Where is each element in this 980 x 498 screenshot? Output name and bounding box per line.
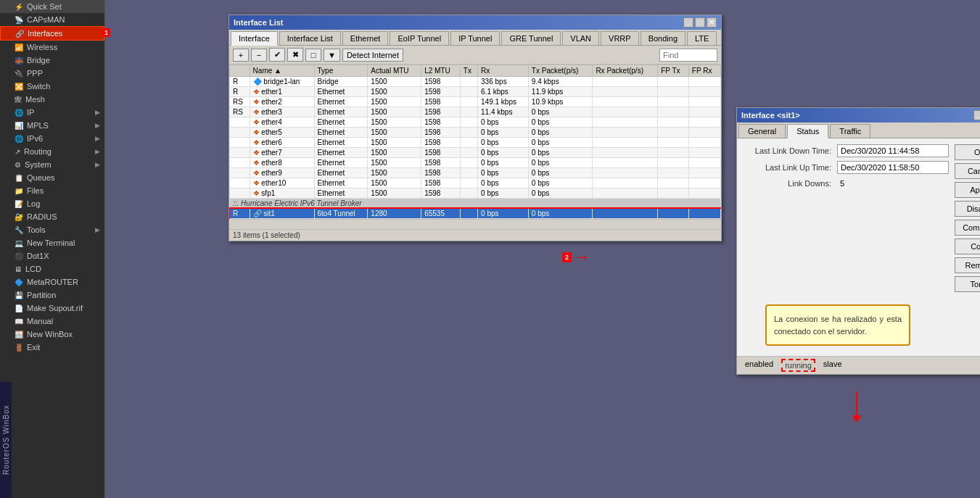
tools-icon: 🔧 — [15, 226, 23, 234]
col-flag[interactable] — [230, 65, 250, 77]
sidebar-item-system[interactable]: ⚙ System ▶ — [0, 158, 104, 171]
sidebar-item-capsman[interactable]: 📡 CAPsMAN — [0, 13, 104, 26]
tab-ethernet[interactable]: Ethernet — [342, 31, 389, 45]
table-row[interactable]: R❖ ether1Ethernet150015986.1 kbps11.9 kb… — [230, 87, 721, 97]
interfaces-icon: 🔗 — [15, 30, 24, 38]
sidebar-item-label: LCD — [25, 265, 41, 273]
table-row[interactable]: ❖ ether5Ethernet150015980 bps0 bps — [230, 128, 721, 138]
system-icon: ⚙ — [15, 161, 21, 169]
sidebar-item-label: Bridge — [27, 56, 50, 65]
sidebar-item-label: Partition — [27, 291, 56, 299]
sidebar-item-ppp[interactable]: 🔌 PPP — [0, 67, 104, 80]
sidebar-item-exit[interactable]: 🚪 Exit — [0, 341, 104, 354]
col-tx-pkt[interactable]: Tx Packet(p/s) — [528, 65, 593, 77]
sidebar-item-partition[interactable]: 💾 Partition — [0, 289, 104, 302]
sort-button[interactable]: ▼ — [324, 49, 340, 62]
tab-lte[interactable]: LTE — [687, 31, 717, 45]
sidebar-item-interfaces[interactable]: 🔗 Interfaces 1 — [0, 26, 104, 41]
table-row[interactable]: RS❖ ether2Ethernet15001598149.1 kbps10.9… — [230, 97, 721, 107]
horizontal-scrollbar[interactable] — [229, 219, 721, 229]
sidebar-item-mpls[interactable]: 📊 MPLS ▶ — [0, 119, 104, 132]
minimize-button[interactable]: _ — [683, 17, 693, 28]
enable-button[interactable]: ✔ — [269, 48, 285, 62]
tab-gre-tunnel[interactable]: GRE Tunnel — [501, 31, 561, 45]
tab-bonding[interactable]: Bonding — [641, 31, 685, 45]
col-rx[interactable]: Rx — [478, 65, 529, 77]
sidebar-item-log[interactable]: 📝 Log — [0, 197, 104, 210]
cancel-button[interactable]: Cancel — [955, 163, 980, 179]
remove-button[interactable]: − — [251, 49, 267, 62]
sidebar-item-quickset[interactable]: ⚡ Quick Set — [0, 0, 104, 13]
tab-vrrp[interactable]: VRRP — [601, 31, 639, 45]
tab-interface-list[interactable]: Interface List — [279, 31, 341, 45]
sidebar-item-bridge[interactable]: 🌉 Bridge — [0, 54, 104, 67]
close-button[interactable]: ✕ — [707, 17, 717, 28]
table-row[interactable]: ❖ ether9Ethernet150015980 bps0 bps — [230, 168, 721, 178]
sidebar-item-label: Wireless — [27, 43, 57, 51]
interface-sit1-title-bar: Interface <sit1> _ □ ✕ — [737, 108, 980, 123]
sidebar-item-lcd[interactable]: 🖥 LCD — [0, 262, 104, 275]
sidebar-item-dot1x[interactable]: ⚫ Dot1X — [0, 249, 104, 262]
search-input[interactable] — [659, 49, 717, 62]
tab-status[interactable]: Status — [787, 124, 828, 138]
sidebar-item-wireless[interactable]: 📶 Wireless — [0, 41, 104, 54]
sidebar-item-tools[interactable]: 🔧 Tools ▶ — [0, 223, 104, 236]
last-link-up-time-field[interactable] — [837, 161, 949, 174]
col-rx-pkt[interactable]: Rx Packet(p/s) — [593, 65, 658, 77]
table-row[interactable]: ❖ ether7Ethernet150015980 bps0 bps — [230, 148, 721, 158]
comment-button[interactable]: Comment — [955, 220, 980, 236]
switch-icon: 🔀 — [15, 83, 23, 91]
sidebar-item-radius[interactable]: 🔐 RADIUS — [0, 210, 104, 223]
sidebar-item-ip[interactable]: 🌐 IP ▶ — [0, 106, 104, 119]
interface-sit1-title-text: Interface <sit1> — [741, 111, 800, 120]
tab-general[interactable]: General — [738, 124, 786, 138]
col-l2-mtu[interactable]: L2 MTU — [421, 65, 461, 77]
torch-button[interactable]: Torch — [955, 276, 980, 292]
disable-button-toolbar[interactable]: ✖ — [287, 48, 303, 62]
disable-button[interactable]: Disable — [955, 201, 980, 217]
copy-button-toolbar[interactable]: □ — [305, 49, 321, 62]
maximize-button[interactable]: □ — [695, 17, 705, 28]
table-row[interactable]: ❖ ether6Ethernet150015980 bps0 bps — [230, 138, 721, 148]
apply-button[interactable]: Apply — [955, 182, 980, 198]
sidebar-item-metarouter[interactable]: 🔷 MetaROUTER — [0, 275, 104, 289]
remove-button-sit1[interactable]: Remove — [955, 257, 980, 273]
col-actual-mtu[interactable]: Actual MTU — [368, 65, 421, 77]
sidebar-item-mesh[interactable]: 🕸 Mesh — [0, 93, 104, 106]
col-fp-rx[interactable]: FP Rx — [688, 65, 720, 77]
sidebar-item-ipv6[interactable]: 🌐 IPv6 ▶ — [0, 132, 104, 145]
sidebar-item-switch[interactable]: 🔀 Switch — [0, 80, 104, 93]
table-row[interactable]: ❖ ether10Ethernet150015980 bps0 bps — [230, 178, 721, 188]
last-link-down-time-field[interactable] — [837, 144, 949, 157]
sidebar-item-files[interactable]: 📁 Files — [0, 184, 104, 197]
sit1-row[interactable]: R🔗 sit16to4 Tunnel1280655350 bps0 bps — [230, 209, 721, 219]
sidebar-item-newterminal[interactable]: 💻 New Terminal — [0, 236, 104, 249]
table-row[interactable]: ❖ sfp1Ethernet150015980 bps0 bps — [230, 188, 721, 199]
sidebar-item-manual[interactable]: 📖 Manual — [0, 315, 104, 328]
tab-eoip-tunnel[interactable]: EoIP Tunnel — [390, 31, 449, 45]
col-tx[interactable]: Tx — [460, 65, 477, 77]
ok-button[interactable]: OK — [955, 144, 980, 160]
add-button[interactable]: + — [233, 49, 249, 62]
table-row[interactable]: ❖ ether4Ethernet150015980 bps0 bps — [230, 117, 721, 128]
sidebar-item-queues[interactable]: 📋 Queues — [0, 171, 104, 184]
sidebar-item-routing[interactable]: ↗ Routing ▶ — [0, 145, 104, 158]
sit1-minimize-button[interactable]: _ — [973, 110, 980, 120]
col-name[interactable]: Name ▲ — [250, 65, 314, 77]
table-row[interactable]: R🔷 bridge1-lanBridge15001598336 bps9.4 k… — [230, 77, 721, 87]
tab-vlan[interactable]: VLAN — [562, 31, 599, 45]
sidebar-item-newwinbox[interactable]: 🪟 New WinBox — [0, 328, 104, 341]
col-type[interactable]: Type — [314, 65, 368, 77]
detect-internet-button[interactable]: Detect Internet — [342, 49, 403, 62]
callout-text: La conexion se ha realizado y esta conec… — [774, 315, 902, 336]
last-link-down-time-label: Last Link Down Time: — [743, 146, 837, 155]
table-row[interactable]: ❖ ether8Ethernet150015980 bps0 bps — [230, 158, 721, 168]
last-link-down-time-row: Last Link Down Time: — [743, 144, 949, 157]
copy-button[interactable]: Copy — [955, 238, 980, 254]
tab-traffic[interactable]: Traffic — [830, 124, 870, 138]
tab-ip-tunnel[interactable]: IP Tunnel — [450, 31, 500, 45]
tab-interface[interactable]: Interface — [231, 31, 278, 46]
sidebar-item-supout[interactable]: 📄 Make Supout.rif — [0, 302, 104, 315]
table-row[interactable]: RS❖ ether3Ethernet1500159811.4 kbps0 bps — [230, 107, 721, 117]
col-fp-tx[interactable]: FP Tx — [658, 65, 689, 77]
